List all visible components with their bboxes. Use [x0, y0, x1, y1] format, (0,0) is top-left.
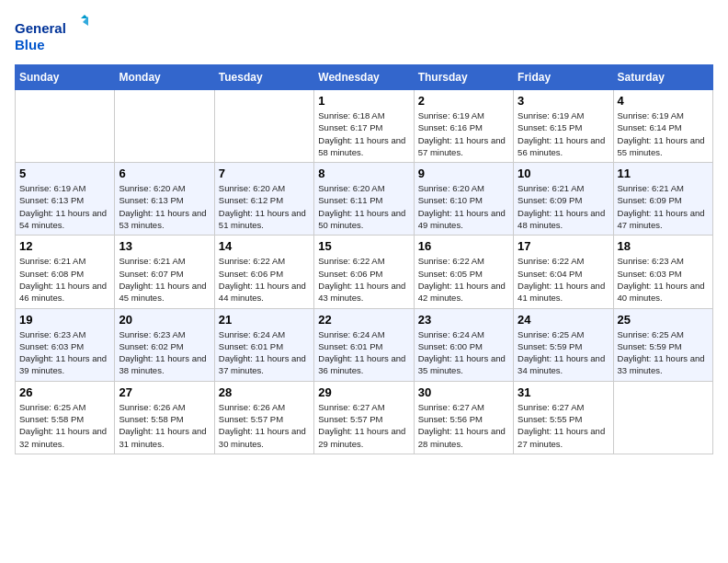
weekday-header-row: SundayMondayTuesdayWednesdayThursdayFrid…	[16, 65, 713, 90]
day-info: Sunrise: 6:26 AMSunset: 5:58 PMDaylight:…	[119, 401, 210, 450]
logo-svg: General Blue	[15, 15, 88, 55]
day-number: 11	[618, 167, 709, 180]
calendar-cell	[613, 381, 712, 454]
day-number: 16	[418, 239, 509, 253]
weekday-header: Tuesday	[214, 65, 313, 90]
day-number: 6	[119, 167, 210, 180]
calendar-cell: 9Sunrise: 6:20 AMSunset: 6:10 PMDaylight…	[414, 163, 513, 236]
svg-text:General: General	[15, 20, 66, 36]
calendar-cell: 20Sunrise: 6:23 AMSunset: 6:02 PMDayligh…	[115, 308, 214, 381]
calendar-cell: 4Sunrise: 6:19 AMSunset: 6:14 PMDaylight…	[613, 90, 712, 163]
day-number: 12	[19, 239, 110, 253]
calendar-week-row: 1Sunrise: 6:18 AMSunset: 6:17 PMDaylight…	[16, 90, 713, 163]
weekday-header: Saturday	[613, 65, 712, 90]
weekday-header: Friday	[514, 65, 613, 90]
day-info: Sunrise: 6:21 AMSunset: 6:07 PMDaylight:…	[119, 255, 210, 304]
day-number: 14	[219, 239, 310, 253]
calendar-cell: 24Sunrise: 6:25 AMSunset: 5:59 PMDayligh…	[514, 308, 613, 381]
day-info: Sunrise: 6:23 AMSunset: 6:03 PMDaylight:…	[19, 328, 110, 377]
calendar-cell: 23Sunrise: 6:24 AMSunset: 6:00 PMDayligh…	[414, 308, 513, 381]
day-info: Sunrise: 6:23 AMSunset: 6:02 PMDaylight:…	[119, 328, 210, 377]
day-info: Sunrise: 6:26 AMSunset: 5:57 PMDaylight:…	[219, 401, 310, 450]
day-number: 9	[418, 167, 509, 180]
day-number: 18	[618, 239, 709, 253]
calendar-cell: 29Sunrise: 6:27 AMSunset: 5:57 PMDayligh…	[314, 381, 414, 454]
day-info: Sunrise: 6:27 AMSunset: 5:55 PMDaylight:…	[518, 401, 609, 450]
calendar-cell: 25Sunrise: 6:25 AMSunset: 5:59 PMDayligh…	[613, 308, 712, 381]
calendar-cell: 28Sunrise: 6:26 AMSunset: 5:57 PMDayligh…	[214, 381, 313, 454]
calendar-week-row: 26Sunrise: 6:25 AMSunset: 5:58 PMDayligh…	[16, 381, 713, 454]
calendar-table: SundayMondayTuesdayWednesdayThursdayFrid…	[15, 64, 713, 454]
calendar-cell: 6Sunrise: 6:20 AMSunset: 6:13 PMDaylight…	[115, 163, 214, 236]
day-info: Sunrise: 6:24 AMSunset: 6:01 PMDaylight:…	[219, 328, 310, 377]
calendar-week-row: 12Sunrise: 6:21 AMSunset: 6:08 PMDayligh…	[16, 236, 713, 308]
day-info: Sunrise: 6:22 AMSunset: 6:06 PMDaylight:…	[219, 255, 310, 304]
weekday-header: Monday	[115, 65, 214, 90]
calendar-cell: 12Sunrise: 6:21 AMSunset: 6:08 PMDayligh…	[16, 236, 115, 308]
day-number: 15	[318, 239, 409, 253]
day-number: 30	[418, 385, 509, 399]
day-info: Sunrise: 6:24 AMSunset: 6:01 PMDaylight:…	[318, 328, 409, 377]
calendar-week-row: 19Sunrise: 6:23 AMSunset: 6:03 PMDayligh…	[16, 308, 713, 381]
day-number: 5	[19, 167, 110, 180]
day-info: Sunrise: 6:24 AMSunset: 6:00 PMDaylight:…	[418, 328, 509, 377]
day-info: Sunrise: 6:20 AMSunset: 6:12 PMDaylight:…	[219, 182, 310, 231]
day-info: Sunrise: 6:22 AMSunset: 6:06 PMDaylight:…	[318, 255, 409, 304]
day-number: 2	[418, 94, 509, 108]
calendar-cell: 5Sunrise: 6:19 AMSunset: 6:13 PMDaylight…	[16, 163, 115, 236]
day-number: 17	[518, 239, 609, 253]
weekday-header: Thursday	[414, 65, 513, 90]
calendar-cell: 8Sunrise: 6:20 AMSunset: 6:11 PMDaylight…	[314, 163, 414, 236]
day-number: 22	[318, 313, 409, 327]
calendar-cell: 21Sunrise: 6:24 AMSunset: 6:01 PMDayligh…	[214, 308, 313, 381]
calendar-cell: 15Sunrise: 6:22 AMSunset: 6:06 PMDayligh…	[314, 236, 414, 308]
day-info: Sunrise: 6:20 AMSunset: 6:11 PMDaylight:…	[318, 182, 409, 231]
day-info: Sunrise: 6:19 AMSunset: 6:15 PMDaylight:…	[518, 109, 609, 158]
calendar-cell	[16, 90, 115, 163]
day-info: Sunrise: 6:21 AMSunset: 6:08 PMDaylight:…	[19, 255, 110, 304]
day-info: Sunrise: 6:19 AMSunset: 6:16 PMDaylight:…	[418, 109, 509, 158]
calendar-cell: 30Sunrise: 6:27 AMSunset: 5:56 PMDayligh…	[414, 381, 513, 454]
calendar-cell: 18Sunrise: 6:23 AMSunset: 6:03 PMDayligh…	[613, 236, 712, 308]
day-info: Sunrise: 6:25 AMSunset: 5:59 PMDaylight:…	[518, 328, 609, 377]
day-number: 24	[518, 313, 609, 327]
day-info: Sunrise: 6:25 AMSunset: 5:59 PMDaylight:…	[618, 328, 709, 377]
day-number: 1	[318, 94, 409, 108]
day-info: Sunrise: 6:27 AMSunset: 5:57 PMDaylight:…	[318, 401, 409, 450]
day-info: Sunrise: 6:20 AMSunset: 6:10 PMDaylight:…	[418, 182, 509, 231]
calendar-cell: 7Sunrise: 6:20 AMSunset: 6:12 PMDaylight…	[214, 163, 313, 236]
day-number: 19	[19, 313, 110, 327]
calendar-cell: 16Sunrise: 6:22 AMSunset: 6:05 PMDayligh…	[414, 236, 513, 308]
day-info: Sunrise: 6:22 AMSunset: 6:05 PMDaylight:…	[418, 255, 509, 304]
day-number: 26	[19, 385, 110, 399]
day-number: 8	[318, 167, 409, 180]
calendar-cell: 19Sunrise: 6:23 AMSunset: 6:03 PMDayligh…	[16, 308, 115, 381]
calendar-cell: 31Sunrise: 6:27 AMSunset: 5:55 PMDayligh…	[514, 381, 613, 454]
day-number: 20	[119, 313, 210, 327]
day-number: 25	[618, 313, 709, 327]
page-header: General Blue	[15, 15, 713, 55]
day-number: 10	[518, 167, 609, 180]
logo: General Blue	[15, 15, 88, 55]
calendar-cell: 11Sunrise: 6:21 AMSunset: 6:09 PMDayligh…	[613, 163, 712, 236]
calendar-cell: 3Sunrise: 6:19 AMSunset: 6:15 PMDaylight…	[514, 90, 613, 163]
day-info: Sunrise: 6:19 AMSunset: 6:13 PMDaylight:…	[19, 182, 110, 231]
day-info: Sunrise: 6:21 AMSunset: 6:09 PMDaylight:…	[518, 182, 609, 231]
day-number: 27	[119, 385, 210, 399]
calendar-cell: 1Sunrise: 6:18 AMSunset: 6:17 PMDaylight…	[314, 90, 414, 163]
day-info: Sunrise: 6:18 AMSunset: 6:17 PMDaylight:…	[318, 109, 409, 158]
calendar-cell: 22Sunrise: 6:24 AMSunset: 6:01 PMDayligh…	[314, 308, 414, 381]
day-info: Sunrise: 6:21 AMSunset: 6:09 PMDaylight:…	[618, 182, 709, 231]
day-number: 13	[119, 239, 210, 253]
calendar-cell: 10Sunrise: 6:21 AMSunset: 6:09 PMDayligh…	[514, 163, 613, 236]
day-info: Sunrise: 6:22 AMSunset: 6:04 PMDaylight:…	[518, 255, 609, 304]
weekday-header: Sunday	[16, 65, 115, 90]
calendar-cell	[115, 90, 214, 163]
weekday-header: Wednesday	[314, 65, 414, 90]
calendar-cell: 13Sunrise: 6:21 AMSunset: 6:07 PMDayligh…	[115, 236, 214, 308]
calendar-week-row: 5Sunrise: 6:19 AMSunset: 6:13 PMDaylight…	[16, 163, 713, 236]
calendar-cell: 2Sunrise: 6:19 AMSunset: 6:16 PMDaylight…	[414, 90, 513, 163]
day-number: 28	[219, 385, 310, 399]
day-info: Sunrise: 6:19 AMSunset: 6:14 PMDaylight:…	[618, 109, 709, 158]
calendar-cell: 26Sunrise: 6:25 AMSunset: 5:58 PMDayligh…	[16, 381, 115, 454]
